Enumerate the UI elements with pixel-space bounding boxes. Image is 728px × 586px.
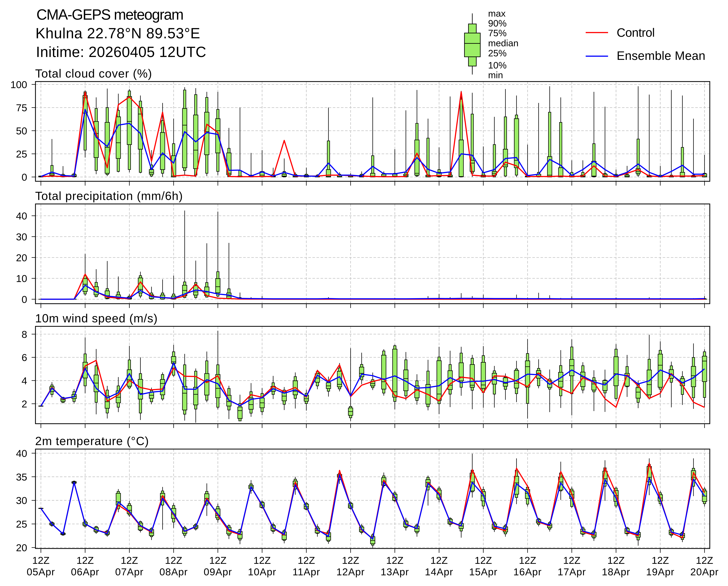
svg-text:20: 20 bbox=[16, 252, 27, 263]
svg-text:10%: 10% bbox=[488, 60, 507, 70]
svg-text:Total precipitation (mm/6h): Total precipitation (mm/6h) bbox=[35, 189, 183, 203]
svg-text:Ensemble Mean: Ensemble Mean bbox=[617, 49, 705, 62]
svg-text:75%: 75% bbox=[488, 28, 507, 38]
svg-text:10: 10 bbox=[16, 273, 27, 284]
svg-text:25%: 25% bbox=[488, 48, 507, 58]
svg-text:06Apr: 06Apr bbox=[71, 566, 99, 577]
svg-text:19Apr: 19Apr bbox=[646, 566, 675, 577]
svg-text:12Apr: 12Apr bbox=[336, 566, 365, 577]
svg-text:12Z: 12Z bbox=[342, 555, 359, 566]
svg-text:13Apr: 13Apr bbox=[381, 566, 409, 577]
svg-text:11Apr: 11Apr bbox=[293, 566, 320, 577]
svg-text:17Apr: 17Apr bbox=[558, 566, 586, 577]
svg-text:2m temperature (°C): 2m temperature (°C) bbox=[35, 434, 149, 448]
svg-text:12Z: 12Z bbox=[696, 555, 713, 566]
svg-text:6: 6 bbox=[22, 352, 27, 363]
svg-text:25: 25 bbox=[16, 149, 27, 160]
svg-text:20Apr: 20Apr bbox=[690, 566, 719, 577]
svg-text:16Apr: 16Apr bbox=[513, 566, 542, 577]
svg-text:09Apr: 09Apr bbox=[204, 566, 232, 577]
svg-text:15Apr: 15Apr bbox=[469, 566, 498, 577]
svg-text:Initime: 20260405 12UTC: Initime: 20260405 12UTC bbox=[36, 44, 206, 60]
svg-text:12Z: 12Z bbox=[209, 555, 227, 566]
svg-text:12Z: 12Z bbox=[607, 555, 625, 566]
svg-text:Total cloud cover (%): Total cloud cover (%) bbox=[35, 67, 152, 80]
svg-text:40: 40 bbox=[16, 448, 27, 459]
svg-text:median: median bbox=[488, 38, 519, 48]
svg-text:40: 40 bbox=[16, 210, 27, 221]
svg-text:CMA-GEPS meteogram: CMA-GEPS meteogram bbox=[36, 6, 183, 23]
svg-text:12Z: 12Z bbox=[386, 555, 404, 566]
svg-text:12Z: 12Z bbox=[298, 555, 315, 566]
svg-text:12Z: 12Z bbox=[253, 555, 271, 566]
svg-text:12Z: 12Z bbox=[519, 555, 536, 566]
svg-text:12Z: 12Z bbox=[32, 555, 50, 566]
svg-text:18Apr: 18Apr bbox=[602, 566, 630, 577]
svg-text:12Z: 12Z bbox=[430, 555, 448, 566]
svg-text:min: min bbox=[488, 70, 503, 80]
svg-text:20: 20 bbox=[16, 542, 27, 553]
svg-text:10m wind speed (m/s): 10m wind speed (m/s) bbox=[35, 312, 158, 325]
svg-text:4: 4 bbox=[22, 375, 27, 387]
svg-text:0: 0 bbox=[22, 294, 27, 305]
svg-text:Khulna 22.78°N 89.53°E: Khulna 22.78°N 89.53°E bbox=[35, 25, 200, 41]
svg-text:10Apr: 10Apr bbox=[248, 566, 276, 577]
svg-text:30: 30 bbox=[16, 495, 27, 506]
svg-text:Control: Control bbox=[617, 26, 655, 39]
svg-text:12Z: 12Z bbox=[475, 555, 492, 566]
svg-text:90%: 90% bbox=[488, 18, 507, 28]
svg-text:08Apr: 08Apr bbox=[159, 566, 188, 577]
svg-text:14Apr: 14Apr bbox=[425, 566, 453, 577]
svg-text:12Z: 12Z bbox=[563, 555, 581, 566]
svg-text:12Z: 12Z bbox=[652, 555, 669, 566]
svg-text:12Z: 12Z bbox=[165, 555, 182, 566]
svg-text:max: max bbox=[488, 8, 506, 19]
svg-text:35: 35 bbox=[16, 472, 27, 483]
svg-text:2: 2 bbox=[22, 398, 27, 409]
svg-text:05Apr: 05Apr bbox=[27, 566, 55, 577]
svg-text:100: 100 bbox=[10, 79, 27, 90]
svg-text:75: 75 bbox=[16, 102, 27, 113]
svg-text:0: 0 bbox=[22, 171, 27, 183]
svg-text:50: 50 bbox=[16, 125, 27, 136]
svg-text:8: 8 bbox=[22, 329, 27, 340]
svg-text:25: 25 bbox=[16, 518, 27, 530]
svg-text:07Apr: 07Apr bbox=[115, 566, 144, 577]
svg-text:12Z: 12Z bbox=[121, 555, 138, 566]
svg-text:30: 30 bbox=[16, 231, 27, 242]
svg-text:12Z: 12Z bbox=[76, 555, 94, 566]
